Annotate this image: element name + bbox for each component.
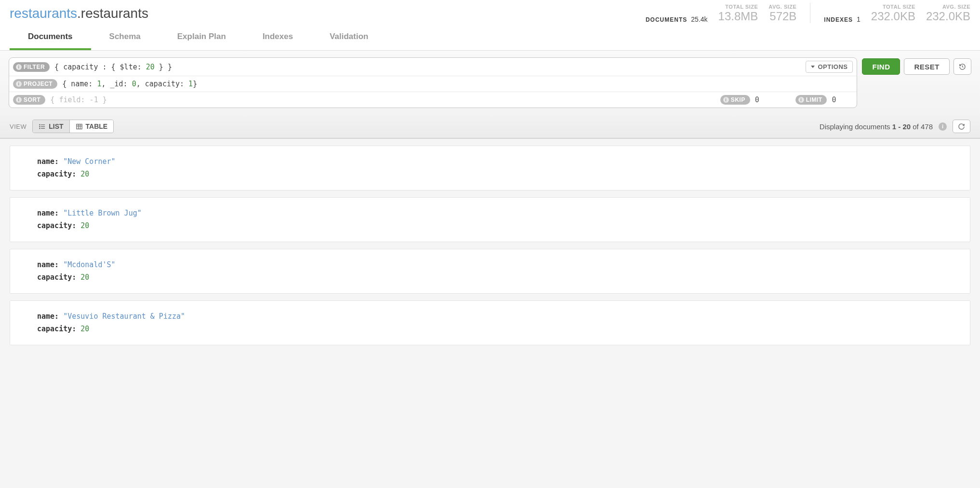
reset-button[interactable]: RESET [904, 58, 950, 75]
doc-avg-size-label: AVG. SIZE [768, 4, 796, 10]
document-card[interactable]: name: "Little Brown Jug"capacity: 20 [10, 197, 970, 242]
collection-header: restaurants.restaurants DOCUMENTS 25.4k … [0, 0, 980, 25]
field-value-name: "Little Brown Jug" [63, 209, 142, 217]
tab-indexes[interactable]: Indexes [244, 25, 311, 50]
limit-input[interactable] [832, 95, 853, 104]
history-button[interactable] [954, 58, 971, 75]
field-key: capacity: [37, 221, 76, 230]
info-icon: i [16, 81, 22, 87]
project-pill: iPROJECT [13, 79, 57, 89]
field-key: name: [37, 157, 59, 166]
tab-schema[interactable]: Schema [91, 25, 159, 50]
tabs: Documents Schema Explain Plan Indexes Va… [0, 25, 980, 51]
chevron-down-icon [811, 66, 815, 68]
indexes-value: 1 [857, 15, 861, 23]
documents-label: DOCUMENTS [646, 16, 687, 23]
breadcrumb-db[interactable]: restaurants [10, 6, 77, 21]
table-icon [76, 123, 83, 130]
limit-pill: iLIMIT [795, 95, 827, 105]
field-value-capacity: 20 [80, 273, 89, 282]
doc-total-size-label: TOTAL SIZE [718, 4, 758, 10]
info-icon[interactable]: i [939, 122, 947, 131]
field-value-name: "Mcdonald'S" [63, 260, 115, 269]
field-value-capacity: 20 [80, 221, 89, 230]
indexes-label: INDEXES [824, 16, 853, 23]
refresh-button[interactable] [953, 120, 970, 133]
document-card[interactable]: name: "Mcdonald'S"capacity: 20 [10, 249, 970, 294]
tab-explain-plan[interactable]: Explain Plan [159, 25, 244, 50]
field-value-name: "Vesuvio Restaurant & Pizza" [63, 312, 185, 321]
view-bar: VIEW LIST TABLE Displaying documents 1 -… [0, 115, 980, 138]
field-key: capacity: [37, 273, 76, 282]
breadcrumb: restaurants.restaurants [10, 6, 148, 25]
query-bar: iFILTER { capacity : { $lte: 20 } } OPTI… [0, 51, 980, 139]
document-card[interactable]: name: "New Corner"capacity: 20 [10, 146, 970, 190]
view-table-button[interactable]: TABLE [69, 120, 114, 133]
field-key: name: [37, 312, 59, 321]
list-icon [39, 123, 46, 130]
skip-input[interactable] [755, 95, 776, 104]
project-input[interactable]: { name: 1, _id: 0, capacity: 1} [62, 80, 853, 88]
info-icon: i [798, 97, 804, 103]
options-button[interactable]: OPTIONS [806, 61, 853, 73]
doc-total-size-value: 13.8MB [718, 10, 758, 23]
find-button[interactable]: FIND [862, 58, 900, 75]
pagination-status: Displaying documents 1 - 20 of 478 i [820, 120, 970, 133]
sort-input[interactable] [50, 95, 720, 104]
stats-divider [810, 3, 810, 23]
display-range: 1 - 20 [892, 122, 911, 131]
field-key: capacity: [37, 170, 76, 178]
refresh-icon [958, 123, 965, 130]
svg-point-3 [40, 124, 40, 125]
svg-rect-6 [76, 124, 81, 129]
idx-avg-size-label: AVG. SIZE [926, 4, 970, 10]
doc-avg-size-value: 572B [768, 10, 796, 23]
info-icon: i [16, 97, 22, 103]
field-key: name: [37, 260, 59, 269]
filter-row: iFILTER { capacity : { $lte: 20 } } OPTI… [9, 58, 857, 76]
documents-value: 25.4k [691, 15, 707, 23]
field-value-name: "New Corner" [63, 157, 115, 166]
tab-validation[interactable]: Validation [311, 25, 386, 50]
collection-stats: DOCUMENTS 25.4k TOTAL SIZE 13.8MB AVG. S… [646, 3, 970, 25]
history-icon [959, 63, 966, 70]
results-list: name: "New Corner"capacity: 20name: "Lit… [0, 146, 980, 355]
filter-input[interactable]: { capacity : { $lte: 20 } } [54, 63, 802, 71]
view-label: VIEW [10, 123, 26, 130]
view-toggle: LIST TABLE [32, 120, 114, 133]
sort-pill: iSORT [13, 95, 45, 105]
idx-total-size-label: TOTAL SIZE [871, 4, 915, 10]
filter-pill: iFILTER [13, 62, 50, 72]
info-icon: i [16, 64, 22, 70]
field-key: name: [37, 209, 59, 217]
view-list-button[interactable]: LIST [33, 120, 69, 133]
project-row: iPROJECT { name: 1, _id: 0, capacity: 1} [9, 76, 857, 92]
breadcrumb-sep: . [77, 6, 81, 21]
field-value-capacity: 20 [80, 170, 89, 178]
document-card[interactable]: name: "Vesuvio Restaurant & Pizza"capaci… [10, 300, 970, 345]
display-total: 478 [921, 122, 933, 131]
tab-documents[interactable]: Documents [10, 25, 91, 50]
breadcrumb-coll: restaurants [81, 6, 148, 21]
field-key: capacity: [37, 325, 76, 333]
idx-total-size-value: 232.0KB [871, 10, 915, 23]
info-icon: i [723, 97, 729, 103]
idx-avg-size-value: 232.0KB [926, 10, 970, 23]
skip-pill: iSKIP [720, 95, 750, 105]
sort-row: iSORT iSKIP iLIMIT [9, 92, 857, 108]
field-value-capacity: 20 [80, 325, 89, 333]
svg-point-5 [40, 128, 40, 128]
query-inputs: iFILTER { capacity : { $lte: 20 } } OPTI… [9, 57, 857, 108]
display-prefix: Displaying documents [820, 122, 892, 131]
svg-point-4 [40, 126, 40, 126]
